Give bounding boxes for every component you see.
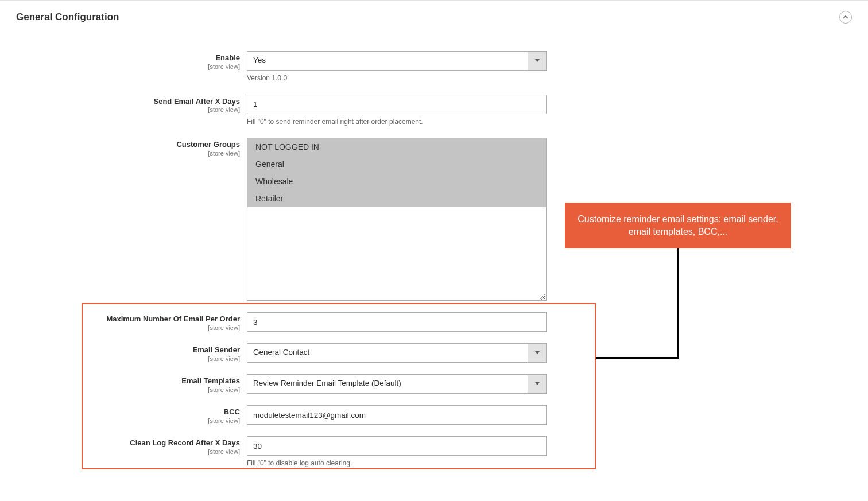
field-label: Email Sender <box>0 345 240 355</box>
chevron-up-icon <box>843 14 848 20</box>
dropdown-button[interactable] <box>528 52 546 70</box>
field-send-after: Send Email After X Days [store view] Fil… <box>0 95 868 127</box>
label-col: Email Sender [store view] <box>0 343 247 363</box>
multiselect-option[interactable]: Wholesale <box>247 173 546 190</box>
select-value: Review Reminder Email Template (Default) <box>247 375 528 393</box>
multiselect-option[interactable]: Retailer <box>247 190 546 207</box>
input-col: General Contact <box>247 343 547 363</box>
input-col: Fill "0" to send reminder email right af… <box>247 95 547 127</box>
label-col: Customer Groups [store view] <box>0 138 247 301</box>
enable-select[interactable]: Yes <box>247 51 547 71</box>
input-col: Review Reminder Email Template (Default) <box>247 374 547 394</box>
max-email-input[interactable] <box>247 312 547 332</box>
annotation-callout: Customize reminder email settings: email… <box>565 203 791 248</box>
scope-label: [store view] <box>0 448 240 456</box>
field-label: Clean Log Record After X Days <box>0 438 240 448</box>
field-label: Enable <box>0 53 240 63</box>
email-templates-select[interactable]: Review Reminder Email Template (Default) <box>247 374 547 394</box>
select-value: General Contact <box>247 344 528 362</box>
field-max-email: Maximum Number Of Email Per Order [store… <box>0 312 868 332</box>
input-col: Fill "0" to disable log auto clearing. <box>247 436 547 468</box>
caret-down-icon <box>534 382 540 386</box>
annotation-connector-horizontal <box>596 357 679 359</box>
scope-label: [store view] <box>0 106 240 114</box>
clean-log-input[interactable] <box>247 436 547 456</box>
label-col: Enable [store view] <box>0 51 247 83</box>
multiselect-option[interactable]: General <box>247 156 546 173</box>
field-bcc: BCC [store view] <box>0 405 868 425</box>
field-email-templates: Email Templates [store view] Review Remi… <box>0 374 868 394</box>
input-col <box>247 312 547 332</box>
label-col: Send Email After X Days [store view] <box>0 95 247 127</box>
annotation-connector-vertical <box>677 248 679 359</box>
label-col: Clean Log Record After X Days [store vie… <box>0 436 247 468</box>
field-clean-log: Clean Log Record After X Days [store vie… <box>0 436 868 468</box>
label-col: BCC [store view] <box>0 405 247 425</box>
scope-label: [store view] <box>0 417 240 425</box>
input-col: Yes Version 1.0.0 <box>247 51 547 83</box>
input-col <box>247 405 547 425</box>
email-sender-select[interactable]: General Contact <box>247 343 547 363</box>
caret-down-icon <box>534 59 540 63</box>
section-header[interactable]: General Configuration <box>0 1 868 34</box>
field-label: BCC <box>0 407 240 417</box>
dropdown-button[interactable] <box>528 375 546 393</box>
collapse-toggle[interactable] <box>839 11 852 24</box>
callout-text: Customize reminder email settings: email… <box>575 213 781 239</box>
bcc-input[interactable] <box>247 405 547 425</box>
scope-label: [store view] <box>0 150 240 157</box>
input-col: NOT LOGGED IN General Wholesale Retailer <box>247 138 547 301</box>
field-email-sender: Email Sender [store view] General Contac… <box>0 343 868 363</box>
field-label: Send Email After X Days <box>0 97 240 106</box>
form-area: Enable [store view] Yes Version 1.0.0 Se… <box>0 34 868 468</box>
scope-label: [store view] <box>0 386 240 394</box>
field-enable: Enable [store view] Yes Version 1.0.0 <box>0 51 868 83</box>
field-label: Email Templates <box>0 376 240 386</box>
customer-groups-multiselect[interactable]: NOT LOGGED IN General Wholesale Retailer <box>247 138 547 301</box>
label-col: Email Templates [store view] <box>0 374 247 394</box>
resize-handle-icon <box>538 293 545 300</box>
scope-label: [store view] <box>0 355 240 363</box>
field-note: Fill "0" to disable log auto clearing. <box>247 459 547 468</box>
field-note: Fill "0" to send reminder email right af… <box>247 118 547 127</box>
field-note: Version 1.0.0 <box>247 74 547 83</box>
send-after-input[interactable] <box>247 95 547 114</box>
multiselect-option[interactable]: NOT LOGGED IN <box>247 138 546 156</box>
dropdown-button[interactable] <box>528 344 546 362</box>
field-label: Customer Groups <box>0 140 240 149</box>
field-label: Maximum Number Of Email Per Order <box>0 314 240 324</box>
scope-label: [store view] <box>0 63 240 71</box>
select-value: Yes <box>247 52 528 70</box>
section-title: General Configuration <box>16 11 119 23</box>
page-root: General Configuration Enable [store view… <box>0 0 868 501</box>
caret-down-icon <box>534 351 540 355</box>
scope-label: [store view] <box>0 324 240 332</box>
label-col: Maximum Number Of Email Per Order [store… <box>0 312 247 332</box>
